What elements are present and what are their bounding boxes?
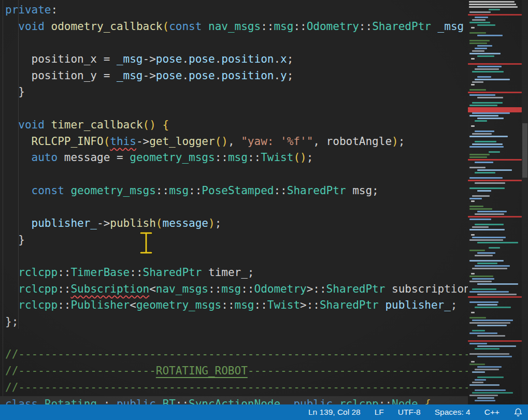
- code-line[interactable]: [0, 248, 469, 265]
- minimap-line: [477, 76, 491, 78]
- code-token: publisher_: [385, 299, 450, 311]
- code-token: const: [32, 184, 64, 197]
- status-eol-indicator[interactable]: LF: [375, 408, 384, 417]
- code-token: ;: [451, 299, 458, 311]
- code-token: ;: [287, 53, 294, 65]
- code-token: robotAngle: [326, 135, 392, 148]
- code-token: rclcpp: [18, 283, 58, 295]
- notifications-bell-icon[interactable]: [513, 408, 523, 417]
- code-line[interactable]: [0, 35, 469, 51]
- code-token: position_y =: [5, 69, 117, 82]
- code-line[interactable]: position_x = _msg->pose.pose.position.x;: [0, 51, 469, 68]
- minimap-line: [469, 4, 516, 5]
- minimap-error-line: [468, 63, 522, 65]
- minimap-line: [477, 366, 502, 368]
- code-line[interactable]: rclcpp::TimerBase::SharedPtr timer_;: [0, 265, 469, 281]
- ibeam-mouse-cursor: [137, 230, 155, 256]
- code-token: //---------------------: [5, 365, 156, 377]
- code-token: }: [5, 85, 25, 98]
- minimap-line: [469, 40, 490, 41]
- code-line[interactable]: }: [0, 232, 469, 249]
- minimap-line: [471, 58, 475, 60]
- minimap-line: [477, 24, 495, 26]
- code-line[interactable]: [0, 100, 469, 117]
- code-token: ;: [215, 217, 222, 229]
- minimap-line: [475, 400, 495, 401]
- scrollbar-track[interactable]: [522, 0, 528, 404]
- code-token: ::: [189, 184, 202, 197]
- code-line[interactable]: void timer_callback() {: [0, 117, 469, 134]
- minimap-line: [475, 68, 499, 70]
- code-line[interactable]: //--------------------------------------…: [0, 380, 469, 396]
- code-token: RCLCPP_INFO: [32, 135, 104, 148]
- code-token: (: [104, 135, 110, 148]
- minimap-line: [475, 224, 504, 225]
- scrollbar-thumb[interactable]: [522, 123, 527, 178]
- minimap-line: [469, 156, 487, 158]
- code-token: [379, 299, 386, 311]
- code-line[interactable]: publisher_->publish(message);: [0, 215, 469, 232]
- code-token: [156, 119, 163, 131]
- code-token: ::: [156, 184, 169, 197]
- code-line[interactable]: rclcpp::Subscription<nav_msgs::msg::Odom…: [0, 281, 469, 298]
- code-token: ::: [293, 20, 306, 33]
- code-token: nav_msgs: [208, 20, 261, 33]
- code-line[interactable]: [0, 166, 469, 183]
- minimap-line: [469, 276, 493, 277]
- code-token: >::: [300, 299, 320, 311]
- code-token: pose: [189, 53, 215, 65]
- minimap-error-line: [468, 159, 522, 161]
- code-line[interactable]: class Rotating : public BT::SyncActionNo…: [0, 396, 469, 405]
- minimap-line: [469, 208, 492, 210]
- minimap-line: [472, 288, 496, 290]
- code-token: [202, 20, 208, 33]
- code-token: msg: [228, 151, 248, 164]
- code-area[interactable]: private: void odometry_callback(const na…: [0, 0, 469, 404]
- minimap-line: [469, 250, 485, 251]
- code-line[interactable]: void odometry_callback(const nav_msgs::m…: [0, 19, 469, 35]
- minimap-line: [475, 182, 505, 184]
- code-token: SharedPtr: [372, 20, 431, 33]
- code-line[interactable]: //---------------------ROTATING_ROBOT---…: [0, 363, 469, 380]
- minimap[interactable]: [468, 0, 522, 404]
- minimap-line: [469, 136, 508, 137]
- code-line[interactable]: rclcpp::Publisher<geometry_msgs::msg::Tw…: [0, 297, 469, 314]
- code-token: (: [162, 20, 169, 33]
- minimap-line: [471, 273, 475, 274]
- code-line[interactable]: RCLCPP_INFO(this->get_logger(), "yaw: '%…: [0, 134, 469, 150]
- code-line[interactable]: const geometry_msgs::msg::PoseStamped::S…: [0, 183, 469, 199]
- code-token: timer_;: [202, 266, 254, 279]
- code-line[interactable]: position_y = _msg->pose.pose.position.y;: [0, 68, 469, 84]
- code-token: SharedPtr: [326, 283, 386, 295]
- code-line[interactable]: private:: [0, 2, 469, 19]
- minimap-line: [472, 143, 503, 145]
- status-language-indicator[interactable]: C++: [484, 408, 500, 417]
- minimap-line: [469, 219, 491, 220]
- minimap-line: [469, 260, 504, 262]
- code-token: [5, 20, 18, 33]
- code-token: ::: [58, 266, 70, 279]
- code-line[interactable]: auto message = geometry_msgs::msg::Twist…: [0, 150, 469, 166]
- code-token: ;: [398, 135, 405, 148]
- code-line[interactable]: //--------------------------------------…: [0, 346, 469, 363]
- code-token: nav_msgs: [156, 283, 208, 295]
- code-line[interactable]: [0, 330, 469, 347]
- minimap-line: [489, 247, 500, 249]
- minimap-error-line: [468, 110, 522, 112]
- code-token: x: [280, 53, 287, 65]
- code-line[interactable]: [0, 199, 469, 215]
- status-encoding-indicator[interactable]: UTF-8: [398, 408, 421, 417]
- code-token: subscription_;: [385, 283, 469, 295]
- code-token: Publisher: [70, 299, 130, 311]
- minimap-line: [477, 263, 497, 264]
- minimap-line: [469, 364, 485, 365]
- indent-guide: [18, 0, 19, 329]
- minimap-line: [472, 133, 492, 135]
- minimap-line: [469, 317, 486, 318]
- status-indentation-indicator[interactable]: Spaces: 4: [435, 408, 470, 417]
- code-token: [156, 398, 163, 405]
- code-line[interactable]: }: [0, 84, 469, 100]
- status-cursor-position[interactable]: Ln 139, Col 28: [308, 408, 361, 417]
- code-token: _msg: [117, 69, 143, 82]
- code-line[interactable]: };: [0, 314, 469, 330]
